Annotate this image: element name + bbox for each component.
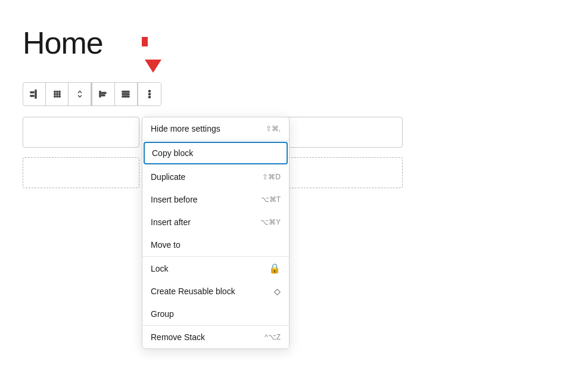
toolbar-align-center-button[interactable] [115,83,138,105]
arrows-icon [75,89,85,99]
content-block-3-dashed [23,157,139,188]
menu-item-label: Lock [151,264,169,273]
content-block-4-dashed [286,157,403,188]
svg-rect-14 [101,95,105,96]
svg-point-20 [149,96,151,98]
svg-rect-1 [30,95,34,96]
menu-item-label: Hide more settings [151,124,220,133]
block-toolbar [23,82,161,106]
menu-item-shortcut: ⌥⌘T [261,195,281,204]
menu-item-create-reusable[interactable]: Create Reusable block ◇ [142,280,289,303]
svg-point-4 [56,91,57,92]
context-menu: Hide more settings ⇧⌘, Copy block Duplic… [142,117,290,349]
svg-point-3 [54,91,55,92]
menu-item-label: Create Reusable block [151,287,235,296]
menu-item-copy-block[interactable]: Copy block [144,142,288,164]
menu-item-remove-stack[interactable]: Remove Stack ^⌥Z [142,326,289,348]
svg-point-19 [149,94,151,95]
svg-point-8 [58,94,60,95]
toolbar-align-h-button[interactable] [23,83,46,105]
align-h-icon [30,89,39,99]
menu-item-label: Insert after [151,217,191,227]
menu-section-3: Lock 🔒 Create Reusable block ◇ Group [142,257,289,326]
svg-point-10 [56,96,57,97]
align-left-icon [98,89,108,99]
toolbar-align-left-button[interactable] [92,83,115,105]
menu-item-shortcut: ^⌥Z [265,333,281,341]
lock-icon: 🔒 [269,263,281,274]
svg-rect-12 [99,91,101,97]
menu-item-insert-after[interactable]: Insert after ⌥⌘Y [142,211,289,233]
menu-item-shortcut: ⌥⌘Y [260,218,281,226]
svg-point-7 [56,94,57,95]
svg-point-18 [149,91,151,92]
svg-point-5 [58,91,60,92]
menu-section-4: Remove Stack ^⌥Z [142,326,289,348]
svg-rect-17 [122,96,129,97]
svg-point-9 [54,96,55,97]
svg-rect-16 [122,94,129,95]
content-block-1 [23,117,139,148]
menu-item-insert-before[interactable]: Insert before ⌥⌘T [142,188,289,211]
toolbar-arrows-button[interactable] [69,83,91,105]
menu-item-hide-settings[interactable]: Hide more settings ⇧⌘, [142,117,289,140]
align-center-icon [121,89,130,99]
menu-section-2: Copy block Duplicate ⇧⌘D Insert before ⌥… [142,142,289,257]
svg-rect-15 [122,91,129,92]
menu-item-label: Duplicate [151,172,185,182]
more-options-icon [145,89,154,99]
svg-point-6 [54,94,55,95]
page-title: Home [23,25,103,61]
menu-item-label: Group [151,309,174,319]
menu-item-shortcut: ⇧⌘D [262,173,281,181]
svg-rect-0 [30,92,34,93]
diamond-icon: ◇ [274,287,281,296]
menu-item-duplicate[interactable]: Duplicate ⇧⌘D [142,166,289,188]
svg-point-11 [58,96,60,97]
menu-item-lock[interactable]: Lock 🔒 [142,257,289,280]
menu-item-label: Copy block [152,148,193,158]
content-block-2 [286,117,403,148]
menu-item-label: Move to [151,240,181,250]
toolbar-more-button[interactable] [138,83,161,105]
svg-rect-13 [101,92,106,94]
svg-rect-2 [35,90,36,98]
menu-item-label: Remove Stack [151,332,205,342]
menu-item-move-to[interactable]: Move to [142,233,289,256]
menu-item-group[interactable]: Group [142,303,289,325]
menu-section-1: Hide more settings ⇧⌘, [142,117,289,141]
menu-item-label: Insert before [151,195,198,204]
toolbar-grid-button[interactable] [46,83,69,105]
grid-icon [52,89,62,99]
menu-item-shortcut: ⇧⌘, [266,124,281,133]
